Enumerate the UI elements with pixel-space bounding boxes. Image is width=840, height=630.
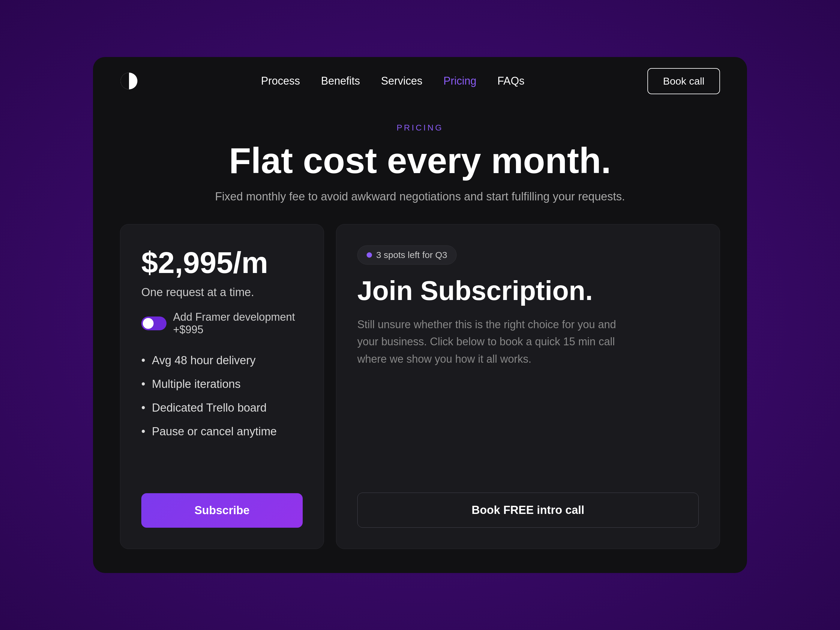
feature-item-2: Dedicated Trello board <box>141 401 303 414</box>
price-subtitle: One request at a time. <box>141 286 303 299</box>
toggle-label: Add Framer development +$995 <box>173 311 303 336</box>
price-display: $2,995/m <box>141 245 303 280</box>
toggle-row: Add Framer development +$995 <box>141 311 303 336</box>
pricing-card-left: $2,995/m One request at a time. Add Fram… <box>120 224 324 549</box>
spots-badge: 3 spots left for Q3 <box>357 245 456 265</box>
navbar: Process Benefits Services Pricing FAQs B… <box>93 57 747 105</box>
spots-dot-icon <box>366 252 372 258</box>
spots-text: 3 spots left for Q3 <box>376 250 447 260</box>
nav-item-services[interactable]: Services <box>381 75 422 87</box>
subscribe-button[interactable]: Subscribe <box>141 493 303 528</box>
feature-item-1: Multiple iterations <box>141 378 303 391</box>
hero-subtitle: Fixed monthly fee to avoid awkward negot… <box>120 190 720 203</box>
book-call-button[interactable]: Book call <box>647 68 720 94</box>
feature-item-3: Pause or cancel anytime <box>141 425 303 438</box>
pricing-card-right: 3 spots left for Q3 Join Subscription. S… <box>336 224 720 549</box>
nav-item-pricing[interactable]: Pricing <box>444 75 477 87</box>
feature-list: Avg 48 hour delivery Multiple iterations… <box>141 354 303 449</box>
nav-item-benefits[interactable]: Benefits <box>321 75 360 87</box>
join-description: Still unsure whether this is the right c… <box>357 316 627 368</box>
cards-container: $2,995/m One request at a time. Add Fram… <box>93 203 747 573</box>
framer-toggle[interactable] <box>141 316 166 330</box>
pricing-label: PRICING <box>120 123 720 133</box>
toggle-knob <box>143 318 153 329</box>
join-title: Join Subscription. <box>357 276 699 305</box>
hero-section: PRICING Flat cost every month. Fixed mon… <box>93 105 747 203</box>
nav-links: Process Benefits Services Pricing FAQs <box>261 75 524 87</box>
hero-title: Flat cost every month. <box>120 142 720 179</box>
feature-item-0: Avg 48 hour delivery <box>141 354 303 367</box>
book-free-button[interactable]: Book FREE intro call <box>357 493 699 528</box>
nav-item-process[interactable]: Process <box>261 75 300 87</box>
logo-icon[interactable] <box>120 72 138 90</box>
main-window: Process Benefits Services Pricing FAQs B… <box>93 57 747 573</box>
nav-item-faqs[interactable]: FAQs <box>497 75 524 87</box>
